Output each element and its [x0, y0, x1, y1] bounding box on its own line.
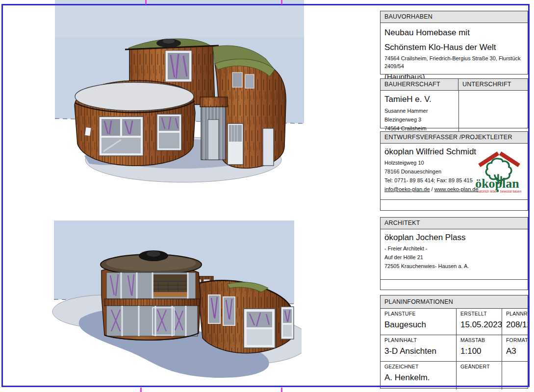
building-left-cylinder	[75, 80, 195, 166]
plannr-cell: PLANNR. 208/12	[502, 309, 528, 335]
format-value: A3	[506, 346, 528, 356]
plan-sheet: BAUVORHABEN Neubau Homebase mit Schönste…	[0, 0, 534, 392]
planinformationen-box: PLANINFORMATIONEN PLANSTUFE Baugesuch ER…	[380, 295, 528, 389]
bauherrschaft-box: BAUHERRSCHAFT UNTERSCHRIFT TamieH e. V. …	[380, 78, 528, 128]
architect-name: ökoplan Jochen Plass	[384, 233, 524, 243]
plannr-label: PLANNR.	[506, 311, 528, 317]
designer-email-link[interactable]: info@oeko-plan.de	[384, 186, 430, 192]
building-entrance	[200, 97, 228, 160]
gezeichnet-label: GEZEICHNET	[384, 364, 456, 369]
planstufe-label: PLANSTUFE	[384, 311, 456, 317]
erstellt-value: 15.05.2023	[460, 320, 502, 330]
architect-street: Auf der Hölle 21	[384, 253, 524, 261]
bauvorhaben-header: BAUVORHABEN	[381, 11, 528, 23]
project-address: 74564 Crailsheim, Friedrich-Bergius Stra…	[384, 54, 524, 70]
client-contact: Susanne Hammer	[384, 107, 455, 115]
planinhalt-value: 3-D Ansichten	[384, 346, 456, 356]
planinformationen-header: PLANINFORMATIONEN	[381, 295, 528, 309]
unterschrift-field	[458, 91, 528, 134]
bauvorhaben-box: BAUVORHABEN Neubau Homebase mit Schönste…	[380, 11, 528, 74]
architect-title: - Freier Architekt -	[384, 245, 524, 252]
project-title-line2: Schönstem Klo-Haus der Welt	[384, 43, 524, 52]
rendering-3d-view-top	[55, 0, 310, 221]
bauherrschaft-header: BAUHERRSCHAFT	[381, 79, 458, 91]
client-name: TamieH e. V.	[384, 95, 455, 104]
project-title-line1: Neubau Homebase mit	[384, 28, 524, 38]
unterschrift-header: UNTERSCHRIFT	[458, 79, 528, 91]
gezeichnet-value: A. Henkelm.	[384, 373, 456, 383]
erstellt-label: ERSTELLT	[460, 311, 502, 317]
logo-tagline-right: bewusst bauen	[500, 190, 522, 193]
format-cell: FORMAT A3	[502, 335, 528, 362]
logo-tagline-left: natürlich leben	[477, 190, 498, 193]
window	[208, 295, 220, 323]
erstellt-cell: ERSTELLT 15.05.2023	[457, 309, 502, 335]
plannr-value: 208/12	[506, 320, 528, 330]
architect-city: 72505 Krauchenwies- Hausen a. A.	[384, 262, 524, 270]
empty-cell	[502, 362, 528, 390]
format-label: FORMAT	[506, 337, 528, 343]
planstufe-value: Baugesuch	[384, 320, 456, 330]
massstab-value: 1:100	[460, 346, 502, 356]
entwurfsverfasser-header: ENTWURFSVERFASSER /PROJEKTLEITER	[381, 132, 528, 144]
designer-street: Holzsteigweg 10	[384, 159, 478, 167]
flat-roof	[75, 82, 194, 111]
architekt-box: ARCHITEKT ökoplan Jochen Plass - Freier …	[380, 217, 528, 290]
fold-mark-bottom-right	[281, 388, 282, 392]
link-separator: /	[430, 186, 434, 192]
logo-wordmark: ökoplan	[475, 176, 519, 191]
building-left-cylinder	[101, 250, 202, 340]
oekoplan-logo: ökoplan natürlich leben bewusst bauen	[473, 147, 526, 194]
bauherrschaft-content: TamieH e. V. Susanne Hammer Blezingerweg…	[381, 91, 458, 134]
designer-phone: Tel: 0771- 89 85 414; Fax: 89 85 415	[384, 176, 478, 184]
logo-tagline-separator-icon	[497, 190, 499, 192]
entwurfsverfasser-box: ENTWURFSVERFASSER /PROJEKTLEITER ökoplan…	[380, 131, 528, 211]
architekt-header: ARCHITEKT	[381, 218, 528, 229]
client-street: Blezingerweg 3	[384, 116, 455, 123]
fold-mark-bottom-left	[140, 388, 142, 392]
massstab-label: MAßSTAB	[460, 337, 502, 343]
fold-mark-top-left	[145, 0, 147, 4]
planinhalt-label: PLANINHALT	[384, 337, 456, 343]
massstab-cell: MAßSTAB 1:100	[457, 335, 502, 362]
geaendert-label: GEÄNDERT	[460, 364, 502, 369]
designer-website-link[interactable]: www.oeko-plan.de	[434, 186, 479, 192]
side-door	[263, 128, 274, 166]
gezeichnet-cell: GEZEICHNET A. Henkelm.	[381, 362, 457, 390]
designer-city: 78166 Donaueschingen	[384, 168, 478, 175]
designer-name: ökoplan Wilfried Schmidt	[384, 147, 478, 157]
planinhalt-cell: PLANINHALT 3-D Ansichten	[381, 335, 457, 362]
planstufe-cell: PLANSTUFE Baugesuch	[381, 309, 457, 335]
geaendert-cell: GEÄNDERT	[457, 362, 502, 390]
fold-mark-top-right	[281, 0, 282, 4]
rendering-3d-view-bottom	[47, 218, 302, 392]
